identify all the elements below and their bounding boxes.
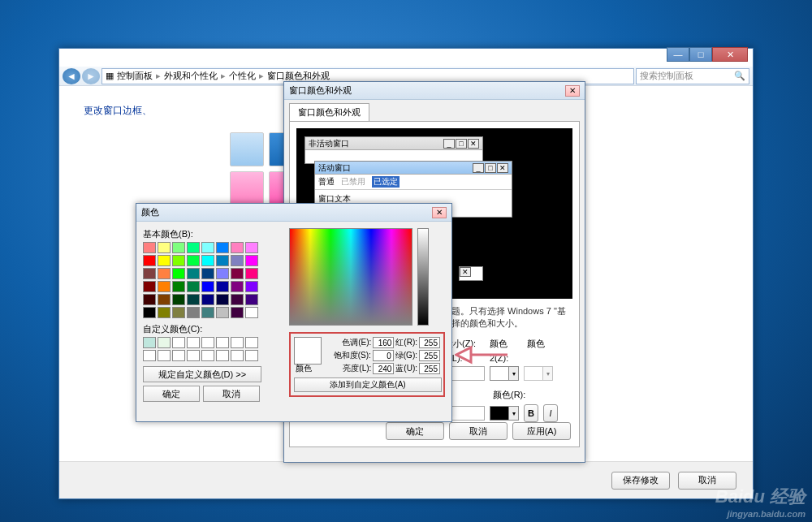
color-titlebar[interactable]: 颜色 ✕ [136,204,451,222]
basic-color-cell[interactable] [231,242,244,253]
basic-color-cell[interactable] [158,242,171,253]
basic-color-cell[interactable] [158,281,171,292]
hue-input[interactable] [373,337,394,348]
color-close-button[interactable]: ✕ [432,207,447,218]
minimize-button[interactable]: — [667,47,689,62]
basic-color-cell[interactable] [216,294,229,305]
basic-color-cell[interactable] [245,242,258,253]
custom-color-cell[interactable] [231,337,244,348]
custom-color-cell[interactable] [143,337,156,348]
custom-color-cell[interactable] [245,337,258,348]
basic-color-cell[interactable] [201,281,214,292]
basic-color-cell[interactable] [143,281,156,292]
apply-button[interactable]: 应用(A) [512,422,571,440]
close-button[interactable]: ✕ [712,47,748,62]
custom-color-cell[interactable] [231,350,244,361]
basic-color-cell[interactable] [158,268,171,279]
basic-color-cell[interactable] [216,242,229,253]
basic-color-cell[interactable] [231,294,244,305]
custom-color-cell[interactable] [187,350,200,361]
basic-color-cell[interactable] [172,307,185,318]
basic-color-cell[interactable] [245,307,258,318]
basic-color-cell[interactable] [187,242,200,253]
basic-color-cell[interactable] [143,242,156,253]
basic-color-cell[interactable] [231,268,244,279]
define-custom-button[interactable]: 规定自定义颜色(D) >> [143,366,261,382]
dialog-titlebar[interactable]: 窗口颜色和外观 ✕ [284,82,585,100]
save-changes-button[interactable]: 保存修改 [611,472,670,490]
basic-color-cell[interactable] [172,281,185,292]
color-cancel-button[interactable]: 取消 [203,386,260,402]
maximize-button[interactable]: □ [689,47,712,62]
g-input[interactable] [419,350,440,361]
sat-input[interactable] [373,350,394,361]
crumb-2[interactable]: 个性化 [229,70,256,82]
basic-color-cell[interactable] [216,255,229,266]
custom-color-cell[interactable] [187,337,200,348]
basic-color-cell[interactable] [201,294,214,305]
crumb-1[interactable]: 外观和个性化 [164,70,218,82]
basic-color-cell[interactable] [245,255,258,266]
b-input[interactable] [419,363,440,374]
color-spectrum[interactable] [289,228,412,326]
forward-button[interactable]: ► [82,68,100,84]
basic-color-cell[interactable] [231,307,244,318]
bold-button[interactable]: B [524,404,538,422]
custom-color-cell[interactable] [216,350,229,361]
custom-color-cell[interactable] [158,337,171,348]
font-color-picker[interactable]: ▾ [490,406,519,421]
basic-color-cell[interactable] [245,268,258,279]
basic-color-cell[interactable] [245,281,258,292]
basic-color-cell[interactable] [143,294,156,305]
crumb-3[interactable]: 窗口颜色和外观 [267,70,330,82]
custom-color-cell[interactable] [201,337,214,348]
basic-color-cell[interactable] [216,268,229,279]
search-input[interactable]: 搜索控制面板 🔍 [636,68,749,84]
basic-color-cell[interactable] [216,281,229,292]
basic-color-cell[interactable] [201,242,214,253]
add-to-custom-button[interactable]: 添加到自定义颜色(A) [294,377,442,392]
basic-color-cell[interactable] [216,307,229,318]
basic-color-cell[interactable] [187,281,200,292]
basic-color-cell[interactable] [143,268,156,279]
basic-color-cell[interactable] [143,255,156,266]
basic-color-cell[interactable] [187,307,200,318]
tile-pink[interactable] [230,171,264,205]
luminance-bar[interactable] [417,228,429,326]
tab-appearance[interactable]: 窗口颜色和外观 [289,103,369,121]
ok-button[interactable]: 确定 [386,422,444,440]
basic-color-cell[interactable] [187,255,200,266]
custom-color-cell[interactable] [245,350,258,361]
custom-color-cell[interactable] [172,350,185,361]
custom-color-cell[interactable] [172,337,185,348]
color2-picker[interactable]: ▾ [524,366,553,381]
basic-color-cell[interactable] [143,307,156,318]
basic-color-cell[interactable] [201,268,214,279]
basic-color-cell[interactable] [172,242,185,253]
basic-color-cell[interactable] [187,294,200,305]
custom-color-cell[interactable] [201,350,214,361]
basic-color-cell[interactable] [172,294,185,305]
crumb-0[interactable]: 控制面板 [117,70,153,82]
basic-color-cell[interactable] [201,255,214,266]
custom-color-cell[interactable] [216,337,229,348]
custom-color-cell[interactable] [143,350,156,361]
cancel-btn[interactable]: 取消 [449,422,508,440]
dialog-close-button[interactable]: ✕ [565,85,580,97]
basic-color-cell[interactable] [172,268,185,279]
italic-button[interactable]: I [543,404,558,422]
basic-color-cell[interactable] [172,255,185,266]
basic-color-cell[interactable] [158,294,171,305]
basic-color-cell[interactable] [158,255,171,266]
basic-color-cell[interactable] [231,281,244,292]
lum-input[interactable] [373,363,394,374]
basic-color-cell[interactable] [187,268,200,279]
basic-color-cell[interactable] [201,307,214,318]
r-input[interactable] [419,337,440,348]
custom-color-cell[interactable] [158,350,171,361]
color-ok-button[interactable]: 确定 [143,386,200,402]
basic-color-cell[interactable] [231,255,244,266]
back-button[interactable]: ◄ [63,68,80,84]
tile-sky[interactable] [230,132,264,166]
basic-color-cell[interactable] [158,307,171,318]
